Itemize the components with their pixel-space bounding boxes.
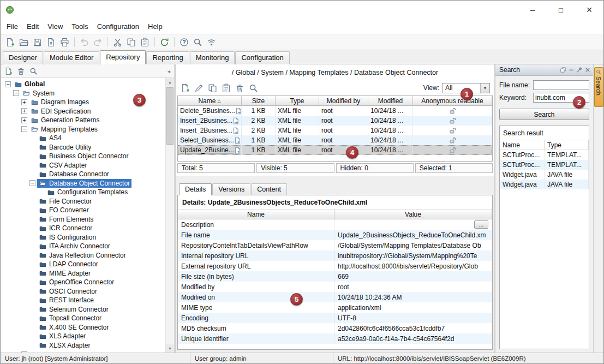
column-header[interactable]: Name xyxy=(178,210,334,219)
doc-new-button[interactable] xyxy=(3,65,14,77)
menu-item[interactable]: View xyxy=(43,20,67,33)
column-header[interactable]: Anonymous readable△ xyxy=(413,96,492,106)
details-row[interactable]: Encoding UTF-8 ... xyxy=(178,313,492,323)
scissors-button[interactable] xyxy=(111,36,124,49)
tree-item[interactable]: XLS Adapter xyxy=(1,332,174,341)
close-panel-icon[interactable] xyxy=(584,67,591,73)
tree-item[interactable]: − Mapping Templates xyxy=(1,125,174,134)
tree-item[interactable]: + EDI Specification xyxy=(1,107,174,116)
tree-item[interactable]: Topcall Connector xyxy=(1,314,174,323)
paste-button[interactable] xyxy=(139,36,151,49)
file-row[interactable]: Select_Business... 1 KB XML file root 10… xyxy=(178,135,492,145)
tree-item[interactable]: Form Elements xyxy=(1,215,174,224)
tree-item[interactable]: Java Reflection Connector xyxy=(1,251,174,260)
tree-expander-icon[interactable]: − xyxy=(29,180,35,186)
tree-expander-icon[interactable]: + xyxy=(21,108,27,114)
tree-item[interactable]: REST Interface xyxy=(1,296,174,305)
details-row[interactable]: Internal repository URL inubitrepository… xyxy=(178,250,492,261)
column-header[interactable]: Name xyxy=(500,140,545,150)
column-header[interactable]: Modified△ xyxy=(368,96,413,106)
column-header[interactable]: Type xyxy=(545,140,589,150)
tree-expander-icon[interactable]: − xyxy=(5,81,11,87)
details-row[interactable]: Description ... xyxy=(178,219,492,230)
copy-button[interactable] xyxy=(125,36,137,49)
file-row[interactable]: Insert_2Busines... 2 KB XML file root 10… xyxy=(178,116,492,126)
scrollbar-thumb[interactable] xyxy=(166,87,174,145)
details-row[interactable]: MIME type application/xml ... xyxy=(178,302,492,313)
menu-item[interactable]: Help xyxy=(143,20,167,33)
tree-item[interactable]: Barcode Utility xyxy=(1,143,174,152)
details-row[interactable]: Unique identifier a52ce9a9-0a0c-f14a-7b4… xyxy=(178,333,492,344)
detail-tab[interactable]: Details xyxy=(179,183,212,195)
main-tab[interactable]: Repository xyxy=(100,50,146,64)
result-row[interactable]: Widget.java JAVA file xyxy=(500,170,589,180)
tree-item[interactable]: LDAP Connector xyxy=(1,260,174,269)
column-header[interactable]: Size△ xyxy=(242,96,276,106)
doc-up-button[interactable] xyxy=(45,36,57,49)
result-row[interactable]: SCTutProc... TEMPLAT... xyxy=(500,160,589,170)
details-row[interactable]: Modified by root ... xyxy=(178,282,492,292)
redo-button[interactable] xyxy=(92,36,104,49)
tree-expander-icon[interactable]: + xyxy=(21,117,27,123)
trash-button[interactable] xyxy=(234,82,246,94)
tree-item[interactable]: ICR Connector xyxy=(1,224,174,233)
menu-item[interactable]: Tools xyxy=(67,20,92,33)
dock-tab-search[interactable]: Search xyxy=(594,67,603,107)
details-row[interactable]: RepositoryContelntTabDetailsViewPathRow … xyxy=(178,240,492,250)
pin-icon[interactable] xyxy=(576,67,583,73)
tree-item[interactable]: CSV Adapter xyxy=(1,161,174,170)
file-name-input[interactable] xyxy=(533,80,589,90)
pencil-button[interactable] xyxy=(193,82,205,94)
collapse-panel-icon[interactable]: ◂ xyxy=(168,68,172,74)
search-button[interactable]: Search xyxy=(499,109,589,120)
printer-button[interactable] xyxy=(58,36,71,49)
refresh-button[interactable] xyxy=(158,36,171,49)
description-more-button[interactable]: ... xyxy=(474,220,488,229)
menu-item[interactable]: Edit xyxy=(22,20,43,33)
file-row[interactable]: Update_2Busine... 1 KB XML file root 10/… xyxy=(178,145,492,155)
minimize-button[interactable]: ─ xyxy=(518,1,547,19)
details-row[interactable]: Modified on 10/24/18 10:24:36 AM ... xyxy=(178,292,492,302)
file-row[interactable]: Insert_2Busines... 2 KB XML file root 10… xyxy=(178,126,492,135)
tree-scrollbar[interactable]: ▲ ▼ xyxy=(165,78,174,353)
scroll-down-icon[interactable]: ▼ xyxy=(166,344,174,353)
tree-item[interactable]: X.400 SE Connector xyxy=(1,323,174,332)
tree-item[interactable]: XLSX Adapter xyxy=(1,341,174,350)
tree-item[interactable]: − Database Object Connector xyxy=(1,179,174,188)
save-button[interactable] xyxy=(31,36,44,49)
undo-button[interactable] xyxy=(78,36,91,49)
trash-button[interactable] xyxy=(15,65,27,77)
tree-item[interactable]: − System xyxy=(1,89,174,98)
tree-expander-icon[interactable]: − xyxy=(13,90,19,96)
result-row[interactable]: SCTutProc... TEMPLAT... xyxy=(500,150,589,160)
tree-item[interactable]: ITA Archiv Connector xyxy=(1,242,174,251)
main-tab[interactable]: Reporting xyxy=(146,51,189,64)
copy-button[interactable] xyxy=(206,82,219,94)
minimize-panel-icon[interactable] xyxy=(568,67,575,73)
detail-tab[interactable]: Content xyxy=(251,183,287,195)
main-tab[interactable]: Designer xyxy=(3,51,43,64)
tree-expander-icon[interactable]: + xyxy=(21,351,27,353)
tree-item[interactable]: MIME Adapter xyxy=(1,269,174,278)
network-button[interactable] xyxy=(205,36,218,49)
tree-item[interactable]: IS Configuration xyxy=(1,233,174,242)
doc-new-button[interactable] xyxy=(179,82,192,94)
float-window-icon[interactable] xyxy=(560,67,566,73)
file-row[interactable]: Delete_5Busines... 1 KB XML file root 10… xyxy=(178,106,492,116)
column-header[interactable]: Type△ xyxy=(276,96,319,106)
tree-item[interactable]: Selenium Connector xyxy=(1,305,174,314)
column-header[interactable]: Name△ xyxy=(178,96,242,106)
main-tab[interactable]: Module Editor xyxy=(44,51,99,64)
column-header[interactable]: Value xyxy=(334,210,492,219)
scroll-up-icon[interactable]: ▲ xyxy=(166,78,174,86)
tree-expander-icon[interactable]: + xyxy=(21,99,27,105)
tree-item[interactable]: + Generation Patterns xyxy=(1,116,174,125)
column-header[interactable]: Modified by△ xyxy=(319,96,368,106)
maximize-button[interactable]: □ xyxy=(547,1,575,19)
main-tab[interactable]: Monitoring xyxy=(190,51,235,64)
menu-item[interactable]: Configuration xyxy=(93,20,143,33)
paste-button[interactable] xyxy=(220,82,232,94)
result-row[interactable]: Widget.java JAVA file xyxy=(500,180,589,189)
details-row[interactable]: External repository URL http://localhost… xyxy=(178,261,492,271)
tree-expander-icon[interactable]: − xyxy=(21,126,27,132)
